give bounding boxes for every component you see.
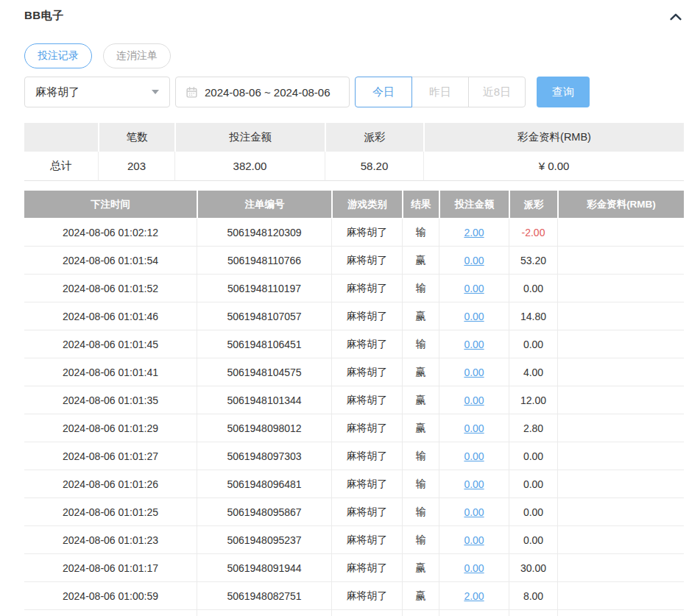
bet-amount-link[interactable]: 0.00 xyxy=(464,450,484,462)
records-header-game: 游戏类别 xyxy=(331,191,402,218)
bet-amount-link[interactable]: 2.00 xyxy=(464,227,484,238)
game-select[interactable]: 麻将胡了 xyxy=(24,77,170,107)
bet-amount-link[interactable]: 0.00 xyxy=(464,394,484,406)
calendar-icon xyxy=(186,86,198,99)
today-button[interactable]: 今日 xyxy=(355,77,412,107)
result-cell: 赢 xyxy=(402,386,439,414)
yesterday-button[interactable]: 昨日 xyxy=(411,77,469,107)
payout-cell: 2.80 xyxy=(509,414,557,442)
payout-cell: 30.00 xyxy=(509,554,557,581)
bet-amount-cell: 0.00 xyxy=(439,498,509,525)
jackpot-cell xyxy=(557,330,684,358)
bet-time-cell: 2024-08-06 00:41:45 xyxy=(24,610,197,616)
betting-records-panel: BB电子 投注记录 连消注单 麻将胡了 xyxy=(0,0,689,616)
bet-amount-link[interactable]: 0.00 xyxy=(464,506,484,518)
bet-time-cell: 2024-08-06 01:01:45 xyxy=(24,330,197,358)
payout-cell: 0.00 xyxy=(509,470,557,498)
summary-total-jackpot: ¥ 0.00 xyxy=(423,152,684,181)
records-table: 下注时间 注单编号 游戏类别 结果 投注金额 派彩 彩金资料(RMB) 2024… xyxy=(24,191,684,616)
bet-amount-link[interactable]: 0.00 xyxy=(464,478,484,490)
collapse-panel-button[interactable] xyxy=(668,9,689,25)
table-row: 2024-08-06 00:41:45 5061947508134 麻将胡了 赢… xyxy=(24,610,684,616)
game-category-cell: 麻将胡了 xyxy=(331,358,402,386)
bet-amount-cell: 0.00 xyxy=(439,358,509,386)
jackpot-cell xyxy=(557,247,684,274)
game-category-cell: 麻将胡了 xyxy=(331,526,402,553)
table-row: 2024-08-06 01:01:29 5061948098012 麻将胡了 赢… xyxy=(24,414,684,442)
bet-amount-cell: 0.00 xyxy=(439,470,509,498)
result-cell: 赢 xyxy=(402,414,439,442)
order-number-cell: 5061948095867 xyxy=(197,498,331,525)
jackpot-cell xyxy=(557,386,684,414)
bet-amount-cell: 0.00 xyxy=(439,330,509,358)
filter-bar: 麻将胡了 2024-08-06 ~ 2024-08-06 今日 昨日 近8日 查… xyxy=(24,77,689,107)
order-number-cell: 5061948107057 xyxy=(197,302,331,330)
bet-amount-link[interactable]: 0.00 xyxy=(464,534,484,546)
result-cell: 输 xyxy=(402,219,439,246)
bet-time-cell: 2024-08-06 01:00:59 xyxy=(24,582,197,609)
summary-total-payout: 58.20 xyxy=(325,152,423,181)
bet-time-cell: 2024-08-06 01:01:25 xyxy=(24,498,197,525)
table-row: 2024-08-06 01:01:52 5061948110197 麻将胡了 输… xyxy=(24,275,684,302)
payout-cell: 0.00 xyxy=(509,275,557,302)
order-number-cell: 5061948120309 xyxy=(197,219,331,246)
bet-amount-link[interactable]: 0.00 xyxy=(464,339,484,350)
records-header-jackpot: 彩金资料(RMB) xyxy=(557,191,684,218)
game-category-cell: 麻将胡了 xyxy=(331,582,402,609)
bet-amount-link[interactable]: 0.00 xyxy=(464,311,484,322)
date-range-value: 2024-08-06 ~ 2024-08-06 xyxy=(205,86,331,99)
query-button[interactable]: 查询 xyxy=(537,77,590,107)
bet-amount-cell: 0.00 xyxy=(439,414,509,442)
summary-header-row: 笔数 投注金额 派彩 彩金资料(RMB) xyxy=(24,123,684,152)
bet-amount-link[interactable]: 0.00 xyxy=(464,367,484,378)
panel-title: BB电子 xyxy=(24,9,64,23)
bet-time-cell: 2024-08-06 01:01:29 xyxy=(24,414,197,442)
table-row: 2024-08-06 01:01:17 5061948091944 麻将胡了 赢… xyxy=(24,554,684,582)
game-category-cell: 麻将胡了 xyxy=(331,498,402,525)
game-category-cell: 麻将胡了 xyxy=(331,247,402,274)
date-range-picker[interactable]: 2024-08-06 ~ 2024-08-06 xyxy=(175,77,350,107)
bet-amount-link[interactable]: 0.00 xyxy=(464,562,484,574)
game-category-cell: 麻将胡了 xyxy=(331,442,402,470)
summary-total-label: 总计 xyxy=(24,152,98,181)
payout-cell: -2.00 xyxy=(509,219,557,246)
last-8-days-button[interactable]: 近8日 xyxy=(468,77,526,107)
bet-time-cell: 2024-08-06 01:01:17 xyxy=(24,554,197,581)
summary-total-count: 203 xyxy=(98,152,174,181)
bet-amount-link[interactable]: 2.00 xyxy=(464,590,484,602)
game-category-cell: 麻将胡了 xyxy=(331,610,402,616)
payout-cell: 0.00 xyxy=(509,442,557,470)
bet-time-cell: 2024-08-06 01:02:12 xyxy=(24,219,197,246)
chevron-down-icon xyxy=(152,90,159,94)
summary-header-payout: 派彩 xyxy=(325,123,423,152)
bet-time-cell: 2024-08-06 01:01:54 xyxy=(24,247,197,274)
summary-table: 笔数 投注金额 派彩 彩金资料(RMB) 总计 203 382.00 58.20… xyxy=(24,123,684,181)
order-number-cell: 5061948106451 xyxy=(197,330,331,358)
table-row: 2024-08-06 01:01:54 5061948110766 麻将胡了 赢… xyxy=(24,247,684,275)
summary-header-jackpot: 彩金资料(RMB) xyxy=(423,123,684,152)
order-number-cell: 5061948098012 xyxy=(197,414,331,442)
jackpot-cell xyxy=(557,414,684,442)
table-row: 2024-08-06 01:01:23 5061948095237 麻将胡了 输… xyxy=(24,526,684,554)
bet-amount-link[interactable]: 0.00 xyxy=(464,422,484,434)
bet-amount-cell: 2.00 xyxy=(439,610,509,616)
payout-cell: 12.00 xyxy=(509,386,557,414)
jackpot-cell xyxy=(557,498,684,525)
game-category-cell: 麻将胡了 xyxy=(331,302,402,330)
bet-amount-cell: 0.00 xyxy=(439,442,509,470)
table-row: 2024-08-06 01:01:45 5061948106451 麻将胡了 输… xyxy=(24,330,684,358)
payout-cell: 53.20 xyxy=(509,247,557,274)
tab-cancelled-orders[interactable]: 连消注单 xyxy=(103,43,171,68)
bet-amount-link[interactable]: 0.00 xyxy=(464,283,484,294)
tab-betting-records[interactable]: 投注记录 xyxy=(24,43,92,68)
table-row: 2024-08-06 01:01:35 5061948101344 麻将胡了 赢… xyxy=(24,386,684,414)
result-cell: 输 xyxy=(402,526,439,553)
jackpot-cell xyxy=(557,302,684,330)
payout-cell: 13.40 xyxy=(509,610,557,616)
bet-amount-link[interactable]: 0.00 xyxy=(464,255,484,266)
summary-header-bet-amount: 投注金额 xyxy=(174,123,325,152)
jackpot-cell xyxy=(557,275,684,302)
payout-cell: 0.00 xyxy=(509,498,557,525)
bet-time-cell: 2024-08-06 01:01:26 xyxy=(24,470,197,498)
order-number-cell: 5061948101344 xyxy=(197,386,331,414)
